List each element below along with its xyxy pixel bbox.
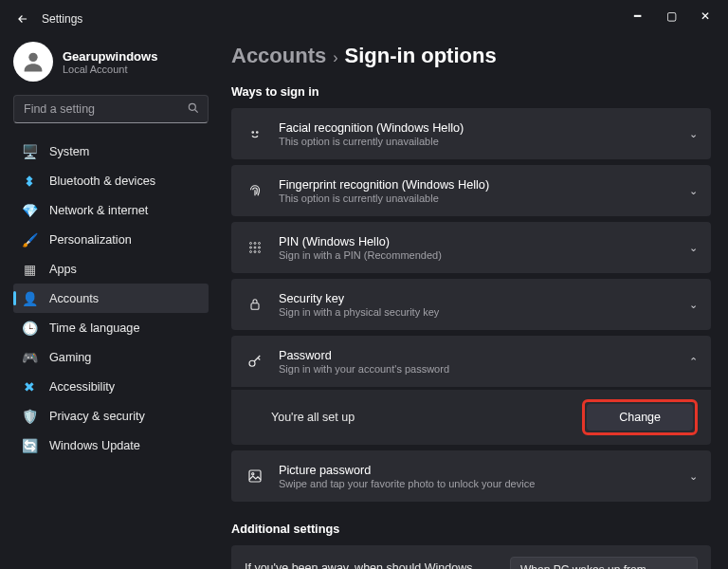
pin-icon	[245, 239, 265, 256]
option-title: Facial recognition (Windows Hello)	[279, 121, 680, 135]
user-type: Local Account	[63, 64, 157, 75]
change-button[interactable]: Change	[587, 404, 693, 431]
accounts-icon: 👤	[21, 290, 38, 307]
sidebar: Gearupwindows Local Account 🖥️SystemBlue…	[0, 38, 218, 569]
svg-point-9	[259, 247, 261, 248]
close-button[interactable]: ✕	[688, 4, 722, 28]
face-icon	[245, 125, 265, 142]
sidebar-item-windows-update[interactable]: 🔄Windows Update	[13, 431, 209, 460]
svg-point-4	[250, 243, 252, 245]
svg-point-0	[28, 53, 37, 62]
sidebar-item-system[interactable]: 🖥️System	[13, 137, 209, 166]
signin-option-face[interactable]: Facial recognition (Windows Hello)This o…	[231, 108, 711, 159]
privacy-security-icon: 🛡️	[21, 408, 38, 425]
option-desc: This option is currently unavailable	[279, 193, 680, 204]
windows-update-icon: 🔄	[21, 437, 38, 454]
nav-list: 🖥️SystemBluetooth & devices💎Network & in…	[13, 137, 209, 460]
sidebar-item-label: Network & internet	[49, 204, 148, 217]
maximize-button[interactable]: ▢	[654, 4, 688, 28]
bluetooth-devices-icon	[21, 173, 38, 190]
chevron-down-icon: ⌄	[689, 470, 698, 483]
user-block[interactable]: Gearupwindows Local Account	[13, 42, 209, 82]
sidebar-item-apps[interactable]: ▦Apps	[13, 254, 209, 284]
svg-point-12	[259, 251, 261, 253]
svg-point-14	[249, 360, 255, 366]
sidebar-item-network-internet[interactable]: 💎Network & internet	[13, 195, 209, 225]
sidebar-item-personalization[interactable]: 🖌️Personalization	[13, 225, 209, 254]
away-dropdown-value: When PC wakes up from sleep	[520, 563, 668, 569]
search-wrap	[13, 95, 209, 123]
away-dropdown[interactable]: When PC wakes up from sleep ⌄	[510, 557, 698, 569]
sidebar-item-label: System	[49, 145, 89, 158]
change-button-highlight: Change	[582, 399, 698, 435]
option-desc: Sign in with your account's password	[279, 363, 680, 375]
chevron-down-icon: ⌄	[689, 185, 698, 197]
time-language-icon: 🕒	[21, 320, 38, 337]
chevron-down-icon: ⌄	[689, 242, 698, 254]
svg-point-3	[257, 132, 259, 134]
sidebar-item-accessibility[interactable]: ✖Accessibility	[13, 372, 209, 401]
sidebar-item-label: Bluetooth & devices	[49, 174, 155, 188]
breadcrumb: Accounts › Sign-in options	[231, 44, 711, 68]
svg-point-16	[252, 473, 254, 475]
main-content: Accounts › Sign-in options Ways to sign …	[218, 38, 728, 569]
app-title: Settings	[42, 12, 82, 26]
option-title: Password	[279, 349, 680, 362]
gaming-icon: 🎮	[21, 349, 38, 366]
option-title: PIN (Windows Hello)	[279, 235, 680, 248]
window-controls: ━ ▢ ✕	[620, 4, 722, 28]
option-title: Fingerprint recognition (Windows Hello)	[279, 178, 680, 192]
back-button[interactable]	[11, 8, 34, 30]
search-input[interactable]	[13, 95, 209, 123]
signin-option-key[interactable]: PasswordSign in with your account's pass…	[231, 336, 711, 387]
breadcrumb-root[interactable]: Accounts	[231, 44, 326, 68]
signin-option-picture[interactable]: Picture passwordSwipe and tap your favor…	[231, 450, 711, 502]
personalization-icon: 🖌️	[21, 231, 38, 248]
option-title: Security key	[279, 292, 680, 305]
user-name: Gearupwindows	[63, 49, 157, 64]
picture-icon	[245, 468, 265, 485]
sidebar-item-label: Time & language	[49, 321, 139, 335]
password-expanded-panel: You're all set upChange	[231, 390, 711, 445]
option-desc: This option is currently unavailable	[279, 136, 680, 147]
sidebar-item-label: Personalization	[49, 233, 132, 247]
chevron-down-icon: ⌄	[689, 128, 698, 140]
signin-option-pin[interactable]: PIN (Windows Hello)Sign in with a PIN (R…	[231, 222, 711, 273]
svg-point-6	[259, 243, 261, 245]
svg-point-8	[254, 247, 256, 248]
svg-point-5	[254, 243, 256, 245]
avatar	[13, 42, 53, 82]
system-icon: 🖥️	[21, 143, 38, 160]
chevron-right-icon: ›	[333, 49, 337, 66]
minimize-button[interactable]: ━	[620, 4, 654, 28]
apps-icon: ▦	[21, 261, 38, 278]
option-title: Picture password	[279, 464, 680, 477]
accessibility-icon: ✖	[21, 378, 38, 395]
chevron-down-icon: ⌄	[689, 299, 698, 311]
away-label: If you've been away, when should Windows…	[245, 560, 510, 569]
svg-rect-13	[251, 303, 259, 310]
sidebar-item-accounts[interactable]: 👤Accounts	[13, 284, 209, 313]
sidebar-item-label: Privacy & security	[49, 410, 145, 423]
sidebar-item-time-language[interactable]: 🕒Time & language	[13, 313, 209, 342]
sidebar-item-label: Accounts	[49, 292, 99, 305]
sidebar-item-gaming[interactable]: 🎮Gaming	[13, 342, 209, 372]
svg-point-7	[250, 247, 252, 248]
page-title: Sign-in options	[345, 44, 497, 68]
sidebar-item-label: Accessibility	[49, 380, 115, 394]
network-internet-icon: 💎	[21, 202, 38, 219]
svg-point-10	[250, 251, 252, 253]
signin-option-finger[interactable]: Fingerprint recognition (Windows Hello)T…	[231, 165, 711, 216]
sidebar-item-label: Apps	[49, 263, 77, 276]
option-desc: Swipe and tap your favorite photo to unl…	[279, 478, 680, 489]
sidebar-item-privacy-security[interactable]: 🛡️Privacy & security	[13, 401, 209, 431]
sidebar-item-label: Windows Update	[49, 439, 140, 452]
titlebar: Settings ━ ▢ ✕	[0, 0, 728, 38]
section-additional-label: Additional settings	[231, 523, 711, 536]
svg-point-2	[252, 132, 254, 134]
sidebar-item-bluetooth-devices[interactable]: Bluetooth & devices	[13, 166, 209, 195]
finger-icon	[245, 182, 265, 199]
svg-point-11	[254, 251, 256, 253]
signin-option-lock[interactable]: Security keySign in with a physical secu…	[231, 279, 711, 330]
password-status-text: You're all set up	[271, 411, 582, 424]
